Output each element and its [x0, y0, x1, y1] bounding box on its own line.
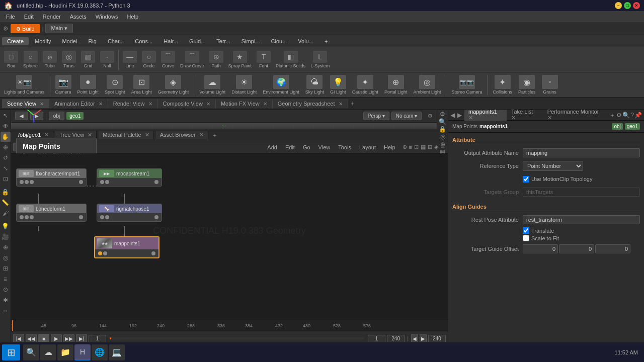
tool-grid[interactable]: ▦ Grid — [79, 50, 97, 69]
tab-clou[interactable]: Clou... — [266, 37, 292, 45]
tab-cons[interactable]: Cons... — [130, 37, 157, 45]
node-bone-input-1[interactable] — [20, 215, 24, 219]
tab-create[interactable]: Create — [2, 37, 29, 45]
node-rig-output-1[interactable] — [154, 215, 158, 219]
tool-path[interactable]: ⊕ Path — [207, 50, 225, 69]
tool-platonic[interactable]: ◧ Platonic Solids — [274, 50, 307, 69]
menu-render[interactable]: Render — [39, 13, 65, 21]
rp-help-icon[interactable]: ? — [630, 112, 634, 119]
close-perf-tab[interactable]: ✕ — [547, 115, 552, 121]
minimize-button[interactable]: − — [615, 2, 622, 9]
offset-z-input[interactable] — [595, 244, 630, 253]
add-right-tab[interactable]: + — [609, 111, 616, 119]
vp-icon-1[interactable]: ⚙ — [428, 113, 433, 119]
rp-search-icon[interactable]: 🔍 — [622, 112, 630, 119]
tool-sphere[interactable]: ○ Sphere — [21, 50, 40, 69]
sidebar-pose[interactable]: ✋ — [1, 132, 11, 142]
tab-hair[interactable]: Hair... — [158, 37, 183, 45]
tl-scrubber-area[interactable] — [110, 337, 364, 339]
tool-spray[interactable]: ★ Spray Paint — [226, 50, 254, 69]
close-scene-view[interactable]: ✕ — [40, 101, 44, 107]
close-button[interactable]: ✕ — [633, 2, 640, 9]
close-render-view[interactable]: ✕ — [148, 101, 152, 107]
tool-lsystem[interactable]: L L-System — [308, 50, 332, 69]
start-button[interactable]: ⊞ — [2, 344, 20, 360]
tl-start-frame[interactable] — [368, 335, 385, 342]
rp-nav-back[interactable]: ◀ — [450, 112, 455, 119]
close-geo1-tab[interactable]: ✕ — [44, 132, 49, 138]
ng-icon-3[interactable]: ⊡ — [414, 144, 419, 150]
node-input-3[interactable] — [30, 180, 34, 184]
tl-end-frame[interactable] — [387, 335, 405, 342]
ng-tab-material[interactable]: Material Palette ✕ — [99, 131, 153, 139]
collisions-tool[interactable]: ✦ Collisions — [491, 74, 514, 96]
stereo-camera-tool[interactable]: 📷📷 Stereo Camera — [449, 74, 484, 96]
motionclip-checkbox[interactable] — [523, 176, 529, 183]
tool-circle[interactable]: ○ Circle — [140, 50, 158, 69]
vp-right-icon-5[interactable]: ⊕ — [438, 141, 448, 148]
tab-scene-view[interactable]: Scene View ✕ — [2, 99, 49, 108]
vp-right-icon-4[interactable]: ◎ — [438, 133, 448, 140]
node-output-1[interactable] — [79, 180, 83, 184]
tab-char[interactable]: Char... — [103, 37, 129, 45]
sidebar-light[interactable]: 💡 — [1, 221, 11, 231]
sidebar-snap[interactable]: 🔒 — [1, 187, 11, 197]
node-mappoints1[interactable]: ◈◈ mappoints1 — [94, 236, 159, 258]
tab-add[interactable]: + — [319, 37, 333, 45]
offset-x-input[interactable] — [523, 244, 558, 253]
taskbar-houdini[interactable]: H — [74, 344, 91, 360]
tool-box[interactable]: □ Box — [2, 50, 20, 69]
tab-geo-spreadsheet[interactable]: Geometry Spreadsheet ✕ — [273, 99, 348, 108]
ng-menu-go[interactable]: Go — [300, 143, 313, 151]
sidebar-measure[interactable]: 📏 — [1, 198, 11, 208]
particles-tool[interactable]: ◉ Particles — [516, 74, 538, 96]
close-anim-editor[interactable]: ✕ — [99, 101, 103, 107]
ng-icon-4[interactable]: ▦ — [421, 144, 426, 150]
rp-pin-icon[interactable]: 📌 — [634, 112, 642, 119]
taskbar-vs[interactable]: 💻 — [109, 344, 125, 360]
translate-checkbox[interactable] — [523, 227, 529, 234]
menu-edit[interactable]: Edit — [20, 13, 38, 21]
sidebar-tool7[interactable]: ↔ — [1, 306, 11, 316]
close-geo-spreadsheet[interactable]: ✕ — [339, 101, 343, 107]
sidebar-tool1[interactable]: ⊕ — [1, 242, 11, 252]
sidebar-handle[interactable]: ⊡ — [1, 174, 11, 184]
menu-file[interactable]: File — [2, 13, 19, 21]
node-map-input-2[interactable] — [103, 251, 107, 255]
close-mappoints-tab[interactable]: ✕ — [468, 115, 473, 121]
ng-icon-2[interactable]: ≡ — [409, 144, 412, 150]
menu-help[interactable]: Help — [123, 13, 142, 21]
sidebar-transform[interactable]: ⊕ — [1, 142, 11, 152]
tab-modify[interactable]: Modify — [30, 37, 56, 45]
geometry-light-tool[interactable]: ◈ Geometry Light — [156, 74, 191, 96]
tool-torus[interactable]: ◎ Torus — [60, 50, 78, 69]
grains-tool[interactable]: ◦ Grains — [540, 74, 560, 96]
node-input-1[interactable] — [20, 180, 24, 184]
offset-y-input[interactable] — [559, 244, 594, 253]
caustic-light-tool[interactable]: ✦ Caustic Light — [350, 74, 380, 96]
node-moca-input-1[interactable] — [100, 180, 104, 184]
close-take-list-tab[interactable]: ✕ — [511, 115, 516, 121]
lights-cameras-group[interactable]: ☀📷 Lights and Cameras — [2, 74, 47, 96]
sky-light-tool[interactable]: 🌤 Sky Light — [303, 74, 326, 96]
targets-group-input[interactable] — [523, 188, 640, 197]
sidebar-select[interactable]: ↖ — [1, 111, 11, 121]
vp-right-icon-2[interactable]: 🔍 — [438, 118, 448, 125]
ng-menu-edit[interactable]: Edit — [282, 143, 298, 151]
ng-menu-tools[interactable]: Tools — [335, 143, 354, 151]
node-bone-input-2[interactable] — [25, 215, 29, 219]
tl-end-frame2[interactable] — [428, 335, 446, 342]
tab-terr[interactable]: Terr... — [211, 37, 235, 45]
close-motion-fx[interactable]: ✕ — [263, 101, 267, 107]
tool-tube[interactable]: ⌀ Tube — [41, 50, 59, 69]
sidebar-tool5[interactable]: ⊙ — [1, 285, 11, 295]
tl-scrubber-handle[interactable] — [110, 337, 111, 339]
sidebar-rotate[interactable]: ↺ — [1, 153, 11, 163]
close-composite-view[interactable]: ✕ — [206, 101, 210, 107]
output-attr-input[interactable] — [523, 148, 640, 157]
tab-volu[interactable]: Volu... — [293, 37, 318, 45]
ng-menu-layout[interactable]: Layout — [356, 143, 379, 151]
nocam-button[interactable]: No cam ▾ — [391, 112, 422, 120]
point-light-tool[interactable]: ● Point Light — [75, 74, 101, 96]
node-bone-input-3[interactable] — [30, 215, 34, 219]
